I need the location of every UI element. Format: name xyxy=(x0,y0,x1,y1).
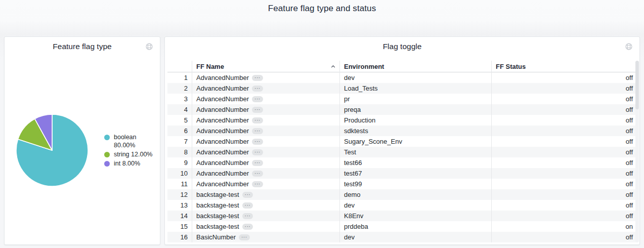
cell-ff-name: AdvancedNumber··· xyxy=(192,72,339,83)
row-number: 7 xyxy=(167,138,192,145)
row-number: 3 xyxy=(167,95,192,103)
cell-ff-name: AdvancedNumber··· xyxy=(192,168,339,179)
pie-panel-title[interactable]: Feature flag type xyxy=(53,42,111,51)
legend-color-dot xyxy=(104,161,110,167)
table-panel-title[interactable]: Flag toggle xyxy=(383,42,422,51)
row-actions-ellipsis-button[interactable]: ··· xyxy=(252,117,263,123)
ff-name-value: AdvancedNumber xyxy=(196,127,249,135)
ff-name-value: backstage-test xyxy=(196,191,239,198)
cell-environment: preqa xyxy=(339,104,491,115)
table-row: 3AdvancedNumber···proff xyxy=(167,94,637,104)
row-actions-ellipsis-button[interactable]: ··· xyxy=(252,107,263,113)
cell-ff-status: off xyxy=(491,232,637,242)
row-actions-ellipsis-button[interactable]: ··· xyxy=(252,171,263,177)
legend-item-string[interactable]: string 12.00% xyxy=(104,150,152,158)
cell-ff-name: AdvancedNumber··· xyxy=(192,104,339,115)
table-row: 4AdvancedNumber···preqaoff xyxy=(167,104,637,115)
table-row: 8AdvancedNumber···Testoff xyxy=(167,147,637,157)
row-number: 6 xyxy=(167,127,192,135)
row-actions-ellipsis-button[interactable]: ··· xyxy=(252,96,263,102)
table-row: 10AdvancedNumber···test67off xyxy=(167,168,637,179)
cell-ff-name: backstage-test··· xyxy=(192,189,339,200)
cell-environment: Production xyxy=(339,115,491,126)
cell-ff-status: off xyxy=(491,104,637,115)
cell-ff-status: off xyxy=(491,126,637,136)
header-environment[interactable]: Environment xyxy=(339,61,491,72)
ff-name-value: AdvancedNumber xyxy=(196,85,249,92)
legend-label: boolean80.00% xyxy=(114,133,137,149)
cell-ff-status: off xyxy=(491,115,637,126)
cell-ff-name: AdvancedNumber··· xyxy=(192,126,339,136)
table-body: 1AdvancedNumber···devoff2AdvancedNumber·… xyxy=(167,72,637,242)
ff-name-value: AdvancedNumber xyxy=(196,159,249,167)
cell-environment: K8Env xyxy=(339,211,491,221)
row-number: 15 xyxy=(167,223,192,230)
ff-name-value: AdvancedNumber xyxy=(196,148,249,156)
cell-ff-name: backstage-test··· xyxy=(192,200,339,211)
ff-name-value: AdvancedNumber xyxy=(196,170,249,177)
globe-icon xyxy=(625,43,633,51)
pie-chart[interactable] xyxy=(14,112,91,189)
row-number: 2 xyxy=(167,85,192,92)
cell-ff-status: off xyxy=(491,136,637,147)
ff-name-value: AdvancedNumber xyxy=(196,180,249,188)
table-row: 14backstage-test···K8Envoff xyxy=(167,211,637,221)
cell-ff-status: off xyxy=(491,147,637,157)
cell-ff-name: AdvancedNumber··· xyxy=(192,147,339,157)
cell-ff-status: off xyxy=(491,179,637,189)
globe-icon xyxy=(145,43,153,51)
cell-environment: dev xyxy=(339,72,491,83)
cell-environment: Sugary_Scone_Env xyxy=(339,136,491,147)
table-row: 12backstage-test···demooff xyxy=(167,189,637,200)
row-actions-ellipsis-button[interactable]: ··· xyxy=(242,192,253,198)
pie-legend: boolean80.00%string 12.00%int 8.00% xyxy=(104,133,152,168)
table-header-row: FF Name Environment FF Status xyxy=(167,61,637,72)
row-actions-ellipsis-button[interactable]: ··· xyxy=(242,202,253,209)
row-number: 11 xyxy=(167,180,192,188)
cell-ff-name: backstage-test··· xyxy=(192,211,339,221)
row-actions-ellipsis-button[interactable]: ··· xyxy=(252,149,263,155)
cell-environment: Test xyxy=(339,147,491,157)
cell-ff-status: off xyxy=(491,211,637,221)
header-ff-name[interactable]: FF Name xyxy=(192,61,339,72)
cell-environment: sdktests xyxy=(339,126,491,136)
vertical-scrollbar[interactable] xyxy=(635,61,639,242)
ff-name-value: AdvancedNumber xyxy=(196,116,249,124)
ff-name-value: AdvancedNumber xyxy=(196,138,249,145)
row-actions-ellipsis-button[interactable]: ··· xyxy=(242,224,253,230)
cell-ff-name: backstage-test··· xyxy=(192,221,339,232)
legend-item-boolean[interactable]: boolean80.00% xyxy=(104,133,152,149)
cell-environment: prddeba xyxy=(339,221,491,232)
cell-ff-name: AdvancedNumber··· xyxy=(192,136,339,147)
row-number: 5 xyxy=(167,116,192,124)
cell-ff-status: on xyxy=(491,221,637,232)
flag-table: FF Name Environment FF Status 1AdvancedN… xyxy=(167,61,637,242)
ff-name-value: AdvancedNumber xyxy=(196,106,249,113)
header-ff-status[interactable]: FF Status xyxy=(491,61,637,72)
table-row: 9AdvancedNumber···test66off xyxy=(167,157,637,168)
row-actions-ellipsis-button[interactable]: ··· xyxy=(252,139,263,145)
row-actions-ellipsis-button[interactable]: ··· xyxy=(252,75,263,81)
cell-environment: test67 xyxy=(339,168,491,179)
row-actions-ellipsis-button[interactable]: ··· xyxy=(252,128,263,134)
scrollbar-thumb[interactable] xyxy=(635,61,639,109)
cell-ff-status: off xyxy=(491,189,637,200)
header-ff-name-label: FF Name xyxy=(196,63,224,70)
cell-ff-name: AdvancedNumber··· xyxy=(192,83,339,94)
ff-name-value: BasicNumber xyxy=(196,233,236,241)
row-actions-ellipsis-button[interactable]: ··· xyxy=(242,213,253,219)
legend-item-int[interactable]: int 8.00% xyxy=(104,159,152,168)
sort-ascending-icon[interactable] xyxy=(330,64,336,69)
cell-ff-status: off xyxy=(491,168,637,179)
table-row: 5AdvancedNumber···Productionoff xyxy=(167,115,637,126)
row-actions-ellipsis-button[interactable]: ··· xyxy=(252,86,263,92)
row-actions-ellipsis-button[interactable]: ··· xyxy=(252,181,263,187)
row-number: 9 xyxy=(167,159,192,167)
row-actions-ellipsis-button[interactable]: ··· xyxy=(252,160,263,166)
cell-environment: dev xyxy=(339,200,491,211)
row-actions-ellipsis-button[interactable]: ··· xyxy=(239,234,250,240)
ff-name-value: backstage-test xyxy=(196,201,239,209)
table-row: 2AdvancedNumber···Load_Testsoff xyxy=(167,83,637,94)
row-number: 10 xyxy=(167,170,192,177)
legend-label: int 8.00% xyxy=(114,159,140,168)
